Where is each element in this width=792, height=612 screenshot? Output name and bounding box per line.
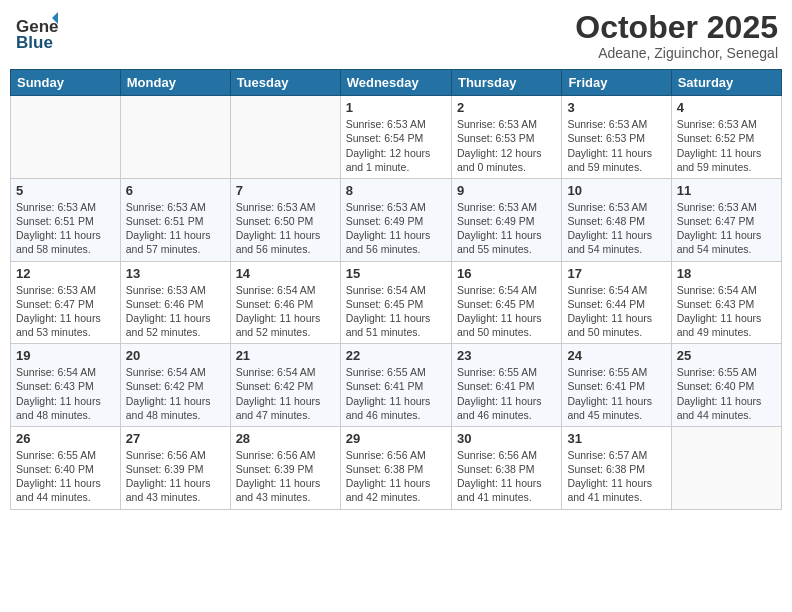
- day-info: Sunrise: 6:53 AM Sunset: 6:48 PM Dayligh…: [567, 200, 665, 257]
- day-number: 28: [236, 431, 335, 446]
- calendar-cell: 14Sunrise: 6:54 AM Sunset: 6:46 PM Dayli…: [230, 261, 340, 344]
- calendar-cell: 29Sunrise: 6:56 AM Sunset: 6:38 PM Dayli…: [340, 426, 451, 509]
- calendar-cell: 28Sunrise: 6:56 AM Sunset: 6:39 PM Dayli…: [230, 426, 340, 509]
- day-info: Sunrise: 6:53 AM Sunset: 6:52 PM Dayligh…: [677, 117, 776, 174]
- day-number: 2: [457, 100, 556, 115]
- calendar-cell: [11, 96, 121, 179]
- day-info: Sunrise: 6:54 AM Sunset: 6:42 PM Dayligh…: [126, 365, 225, 422]
- day-number: 10: [567, 183, 665, 198]
- day-number: 7: [236, 183, 335, 198]
- day-number: 31: [567, 431, 665, 446]
- calendar-week-row: 5Sunrise: 6:53 AM Sunset: 6:51 PM Daylig…: [11, 178, 782, 261]
- day-info: Sunrise: 6:54 AM Sunset: 6:45 PM Dayligh…: [346, 283, 446, 340]
- day-info: Sunrise: 6:53 AM Sunset: 6:51 PM Dayligh…: [16, 200, 115, 257]
- weekday-header-friday: Friday: [562, 70, 671, 96]
- day-info: Sunrise: 6:56 AM Sunset: 6:38 PM Dayligh…: [346, 448, 446, 505]
- day-number: 19: [16, 348, 115, 363]
- calendar-cell: 4Sunrise: 6:53 AM Sunset: 6:52 PM Daylig…: [671, 96, 781, 179]
- weekday-header-row: SundayMondayTuesdayWednesdayThursdayFrid…: [11, 70, 782, 96]
- day-number: 18: [677, 266, 776, 281]
- day-info: Sunrise: 6:54 AM Sunset: 6:43 PM Dayligh…: [677, 283, 776, 340]
- day-info: Sunrise: 6:53 AM Sunset: 6:50 PM Dayligh…: [236, 200, 335, 257]
- day-info: Sunrise: 6:53 AM Sunset: 6:49 PM Dayligh…: [346, 200, 446, 257]
- calendar-cell: 22Sunrise: 6:55 AM Sunset: 6:41 PM Dayli…: [340, 344, 451, 427]
- day-number: 9: [457, 183, 556, 198]
- calendar-cell: 11Sunrise: 6:53 AM Sunset: 6:47 PM Dayli…: [671, 178, 781, 261]
- calendar-cell: 16Sunrise: 6:54 AM Sunset: 6:45 PM Dayli…: [451, 261, 561, 344]
- weekday-header-saturday: Saturday: [671, 70, 781, 96]
- calendar-week-row: 1Sunrise: 6:53 AM Sunset: 6:54 PM Daylig…: [11, 96, 782, 179]
- day-info: Sunrise: 6:56 AM Sunset: 6:38 PM Dayligh…: [457, 448, 556, 505]
- day-info: Sunrise: 6:54 AM Sunset: 6:45 PM Dayligh…: [457, 283, 556, 340]
- day-number: 14: [236, 266, 335, 281]
- weekday-header-tuesday: Tuesday: [230, 70, 340, 96]
- day-info: Sunrise: 6:53 AM Sunset: 6:47 PM Dayligh…: [16, 283, 115, 340]
- day-number: 21: [236, 348, 335, 363]
- calendar-cell: 31Sunrise: 6:57 AM Sunset: 6:38 PM Dayli…: [562, 426, 671, 509]
- day-info: Sunrise: 6:53 AM Sunset: 6:51 PM Dayligh…: [126, 200, 225, 257]
- day-info: Sunrise: 6:54 AM Sunset: 6:46 PM Dayligh…: [236, 283, 335, 340]
- calendar-week-row: 19Sunrise: 6:54 AM Sunset: 6:43 PM Dayli…: [11, 344, 782, 427]
- day-info: Sunrise: 6:56 AM Sunset: 6:39 PM Dayligh…: [236, 448, 335, 505]
- calendar-cell: 1Sunrise: 6:53 AM Sunset: 6:54 PM Daylig…: [340, 96, 451, 179]
- day-number: 26: [16, 431, 115, 446]
- day-number: 5: [16, 183, 115, 198]
- day-number: 29: [346, 431, 446, 446]
- calendar-cell: 26Sunrise: 6:55 AM Sunset: 6:40 PM Dayli…: [11, 426, 121, 509]
- day-number: 17: [567, 266, 665, 281]
- page-header: General Blue October 2025 Adeane, Ziguin…: [10, 10, 782, 61]
- day-info: Sunrise: 6:57 AM Sunset: 6:38 PM Dayligh…: [567, 448, 665, 505]
- calendar-cell: [230, 96, 340, 179]
- day-number: 27: [126, 431, 225, 446]
- calendar-table: SundayMondayTuesdayWednesdayThursdayFrid…: [10, 69, 782, 509]
- calendar-cell: 10Sunrise: 6:53 AM Sunset: 6:48 PM Dayli…: [562, 178, 671, 261]
- calendar-cell: 18Sunrise: 6:54 AM Sunset: 6:43 PM Dayli…: [671, 261, 781, 344]
- day-info: Sunrise: 6:54 AM Sunset: 6:42 PM Dayligh…: [236, 365, 335, 422]
- calendar-cell: 9Sunrise: 6:53 AM Sunset: 6:49 PM Daylig…: [451, 178, 561, 261]
- day-info: Sunrise: 6:53 AM Sunset: 6:47 PM Dayligh…: [677, 200, 776, 257]
- day-info: Sunrise: 6:55 AM Sunset: 6:41 PM Dayligh…: [457, 365, 556, 422]
- calendar-cell: 3Sunrise: 6:53 AM Sunset: 6:53 PM Daylig…: [562, 96, 671, 179]
- calendar-cell: 13Sunrise: 6:53 AM Sunset: 6:46 PM Dayli…: [120, 261, 230, 344]
- calendar-cell: 12Sunrise: 6:53 AM Sunset: 6:47 PM Dayli…: [11, 261, 121, 344]
- calendar-cell: 7Sunrise: 6:53 AM Sunset: 6:50 PM Daylig…: [230, 178, 340, 261]
- day-info: Sunrise: 6:55 AM Sunset: 6:40 PM Dayligh…: [16, 448, 115, 505]
- day-number: 13: [126, 266, 225, 281]
- calendar-cell: 24Sunrise: 6:55 AM Sunset: 6:41 PM Dayli…: [562, 344, 671, 427]
- calendar-week-row: 12Sunrise: 6:53 AM Sunset: 6:47 PM Dayli…: [11, 261, 782, 344]
- logo: General Blue: [14, 10, 58, 58]
- day-number: 8: [346, 183, 446, 198]
- day-number: 23: [457, 348, 556, 363]
- logo-icon: General Blue: [14, 10, 58, 54]
- weekday-header-sunday: Sunday: [11, 70, 121, 96]
- calendar-cell: 21Sunrise: 6:54 AM Sunset: 6:42 PM Dayli…: [230, 344, 340, 427]
- weekday-header-thursday: Thursday: [451, 70, 561, 96]
- day-info: Sunrise: 6:55 AM Sunset: 6:41 PM Dayligh…: [346, 365, 446, 422]
- calendar-cell: 27Sunrise: 6:56 AM Sunset: 6:39 PM Dayli…: [120, 426, 230, 509]
- day-number: 6: [126, 183, 225, 198]
- day-number: 15: [346, 266, 446, 281]
- calendar-cell: 25Sunrise: 6:55 AM Sunset: 6:40 PM Dayli…: [671, 344, 781, 427]
- day-info: Sunrise: 6:53 AM Sunset: 6:53 PM Dayligh…: [567, 117, 665, 174]
- day-info: Sunrise: 6:54 AM Sunset: 6:44 PM Dayligh…: [567, 283, 665, 340]
- calendar-cell: 17Sunrise: 6:54 AM Sunset: 6:44 PM Dayli…: [562, 261, 671, 344]
- calendar-cell: [671, 426, 781, 509]
- calendar-cell: 20Sunrise: 6:54 AM Sunset: 6:42 PM Dayli…: [120, 344, 230, 427]
- title-block: October 2025 Adeane, Ziguinchor, Senegal: [575, 10, 778, 61]
- logo-graphic: General Blue: [14, 10, 58, 58]
- day-number: 16: [457, 266, 556, 281]
- day-number: 22: [346, 348, 446, 363]
- calendar-cell: [120, 96, 230, 179]
- day-number: 3: [567, 100, 665, 115]
- day-number: 25: [677, 348, 776, 363]
- day-number: 30: [457, 431, 556, 446]
- calendar-cell: 5Sunrise: 6:53 AM Sunset: 6:51 PM Daylig…: [11, 178, 121, 261]
- calendar-cell: 2Sunrise: 6:53 AM Sunset: 6:53 PM Daylig…: [451, 96, 561, 179]
- day-info: Sunrise: 6:55 AM Sunset: 6:40 PM Dayligh…: [677, 365, 776, 422]
- calendar-cell: 15Sunrise: 6:54 AM Sunset: 6:45 PM Dayli…: [340, 261, 451, 344]
- day-info: Sunrise: 6:53 AM Sunset: 6:54 PM Dayligh…: [346, 117, 446, 174]
- calendar-cell: 6Sunrise: 6:53 AM Sunset: 6:51 PM Daylig…: [120, 178, 230, 261]
- calendar-cell: 23Sunrise: 6:55 AM Sunset: 6:41 PM Dayli…: [451, 344, 561, 427]
- day-number: 1: [346, 100, 446, 115]
- calendar-week-row: 26Sunrise: 6:55 AM Sunset: 6:40 PM Dayli…: [11, 426, 782, 509]
